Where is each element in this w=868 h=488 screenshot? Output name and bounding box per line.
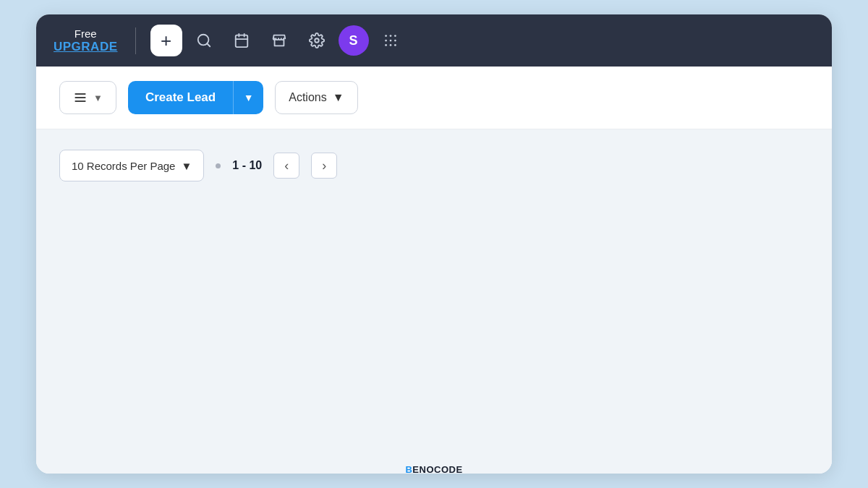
gear-icon <box>309 33 325 48</box>
list-view-button[interactable]: ▼ <box>59 81 116 114</box>
top-nav: Free UPGRADE + <box>36 14 832 67</box>
svg-point-10 <box>385 40 387 42</box>
search-button[interactable] <box>188 25 220 56</box>
svg-line-1 <box>207 43 210 46</box>
records-per-page-select[interactable]: 10 Records Per Page ▼ <box>59 150 204 181</box>
svg-point-14 <box>389 44 391 46</box>
create-lead-arrow-icon: ▼ <box>244 92 254 103</box>
svg-point-12 <box>394 40 396 42</box>
grid-icon <box>383 33 399 48</box>
logo-b: B <box>405 464 412 475</box>
calendar-button[interactable] <box>226 25 258 56</box>
pagination-next-icon: › <box>322 158 326 174</box>
empty-content-area <box>59 193 809 453</box>
svg-point-13 <box>385 44 387 46</box>
svg-point-9 <box>394 35 396 37</box>
create-lead-button[interactable]: Create Lead <box>128 81 233 114</box>
create-lead-dropdown-button[interactable]: ▼ <box>233 81 263 114</box>
avatar[interactable]: S <box>339 25 369 56</box>
toolbar: ▼ Create Lead ▼ Actions ▼ <box>36 67 832 129</box>
pagination-prev-icon: ‹ <box>284 158 289 174</box>
settings-button[interactable] <box>301 25 333 56</box>
footer-logo: BENOCODE <box>405 464 462 475</box>
pagination-range: 1 - 10 <box>232 159 262 172</box>
actions-label: Actions <box>289 91 326 104</box>
records-per-page-chevron: ▼ <box>181 160 192 172</box>
add-button[interactable]: + <box>150 25 182 56</box>
create-lead-label: Create Lead <box>145 90 216 105</box>
nav-icons: + <box>150 25 814 56</box>
store-button[interactable] <box>263 25 295 56</box>
main-card: Free UPGRADE + <box>36 14 832 474</box>
svg-point-7 <box>385 35 387 37</box>
create-lead-split-button: Create Lead ▼ <box>128 81 263 114</box>
svg-point-15 <box>394 44 396 46</box>
brand-upgrade-label[interactable]: UPGRADE <box>54 40 118 54</box>
logo-rest: ENOCODE <box>412 464 462 475</box>
svg-point-6 <box>315 38 319 43</box>
footer: BENOCODE <box>0 464 868 475</box>
svg-point-11 <box>389 40 391 42</box>
actions-button[interactable]: Actions ▼ <box>275 81 357 114</box>
content-area: 10 Records Per Page ▼ 1 - 10 ‹ › <box>36 129 832 474</box>
svg-rect-2 <box>235 35 247 47</box>
list-view-icon <box>73 90 88 105</box>
records-per-page-label: 10 Records Per Page <box>72 160 175 172</box>
pagination-separator-dot <box>216 163 221 168</box>
brand-area: Free UPGRADE <box>54 27 136 54</box>
search-icon <box>196 33 212 48</box>
plus-icon: + <box>161 30 171 52</box>
list-view-chevron: ▼ <box>93 93 103 103</box>
store-icon <box>271 33 287 48</box>
pagination-next-button[interactable]: › <box>311 153 337 179</box>
brand-free-label: Free <box>75 27 97 40</box>
pagination-bar: 10 Records Per Page ▼ 1 - 10 ‹ › <box>59 150 809 181</box>
calendar-icon <box>234 33 250 48</box>
pagination-prev-button[interactable]: ‹ <box>273 153 299 179</box>
grid-menu-button[interactable] <box>375 25 407 56</box>
actions-chevron-icon: ▼ <box>333 91 344 104</box>
svg-point-8 <box>389 35 391 37</box>
avatar-letter: S <box>349 33 358 48</box>
